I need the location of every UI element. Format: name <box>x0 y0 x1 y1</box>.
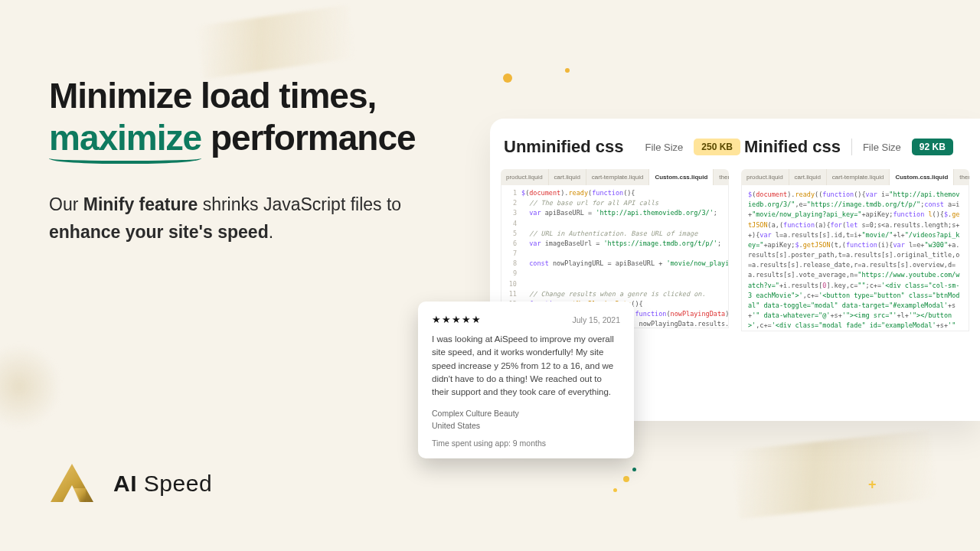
file-tab[interactable]: cart-template.liquid <box>586 169 650 185</box>
review-country: United States <box>432 420 620 432</box>
logo-mark-icon <box>49 462 95 505</box>
dot-icon <box>565 68 570 73</box>
file-tab[interactable]: Custom.css.liquid <box>649 169 714 185</box>
sub-text: Our <box>49 194 83 214</box>
pane-minified: Minified css File Size 92 KB product.liq… <box>741 137 969 331</box>
file-tab[interactable]: cart.liquid <box>549 169 586 185</box>
review-company: Complex Culture Beauty <box>432 408 620 420</box>
code-line: 3 var apiBaseURL = 'http://api.themovied… <box>503 208 724 218</box>
code-line: 8 const nowPlayingURL = apiBaseURL + 'mo… <box>503 259 724 269</box>
headline: Minimize load times, maximize performanc… <box>49 75 478 159</box>
headline-emphasis: maximize <box>49 117 201 159</box>
review-date: July 15, 2021 <box>573 315 620 324</box>
code-line: 11 // Change results when a genre is cli… <box>503 289 724 299</box>
logo-text: AI Speed <box>113 471 212 497</box>
headline-line2-rest: performance <box>201 118 415 158</box>
review-card: ★★★★★ July 15, 2021 I was looking at AiS… <box>418 302 634 458</box>
plus-icon: + <box>868 477 877 493</box>
dot-icon <box>632 468 636 471</box>
filesize-label: File Size <box>863 142 901 153</box>
sub-bold: Minify feature <box>83 194 198 214</box>
headline-line1: Minimize load times, <box>49 76 376 116</box>
divider <box>851 139 852 155</box>
logo-text-rest: Speed <box>137 471 212 496</box>
dot-icon <box>503 73 512 83</box>
file-tab[interactable]: Custom.css.liquid <box>890 169 954 185</box>
filesize-label: File Size <box>645 142 683 153</box>
brush-stroke <box>732 430 937 520</box>
dot-icon <box>613 488 617 492</box>
file-tab[interactable]: cart-template.liquid <box>827 169 890 185</box>
file-tab[interactable]: cart.liquid <box>789 169 827 185</box>
code-line: 9 <box>503 269 724 279</box>
file-tab[interactable]: product.liquid <box>741 169 789 185</box>
sub-text: . <box>269 222 273 242</box>
review-body: I was looking at AiSpeed to improve my o… <box>432 333 620 399</box>
file-tabs: product.liquidcart.liquidcart-template.l… <box>501 169 729 185</box>
code-line: 5 // URL in Authentication. Base URL of … <box>503 229 724 239</box>
sub-text: shrinks JavaScript files to <box>198 194 401 214</box>
file-tab[interactable]: theme.liquid <box>714 169 729 185</box>
brand-logo: AI Speed <box>49 462 212 505</box>
code-line: 10 <box>503 279 724 289</box>
brush-stroke <box>0 344 61 429</box>
code-line: 4 <box>503 219 724 229</box>
review-author: Complex Culture Beauty United States <box>432 408 620 432</box>
filesize-badge: 92 KB <box>912 139 953 155</box>
star-rating-icon: ★★★★★ <box>432 314 482 325</box>
sub-bold: enhance your site's speed <box>49 222 269 242</box>
filesize-badge: 250 KB <box>694 139 740 155</box>
pane-title: Unminified css <box>504 137 623 157</box>
file-tab[interactable]: product.liquid <box>501 169 549 185</box>
dot-icon <box>623 476 629 482</box>
code-line: 1$(document).ready(function(){ <box>503 188 724 198</box>
logo-text-bold: AI <box>113 471 137 496</box>
review-time-spent: Time spent using app: 9 months <box>432 439 620 448</box>
brush-stroke <box>196 5 355 79</box>
file-tabs: product.liquidcart.liquidcart-template.l… <box>741 169 969 185</box>
pane-title: Minified css <box>744 137 841 157</box>
code-editor: $(document).ready((function(){var i="htt… <box>741 185 969 331</box>
code-line: 7 <box>503 249 724 259</box>
code-line: 2 // The base url for all API calls <box>503 198 724 208</box>
file-tab[interactable]: theme.liquid <box>954 169 969 185</box>
subheadline: Our Minify feature shrinks JavaScript fi… <box>49 191 409 246</box>
code-line: 6 var imageBaseUrl = 'https://image.tmdb… <box>503 239 724 249</box>
